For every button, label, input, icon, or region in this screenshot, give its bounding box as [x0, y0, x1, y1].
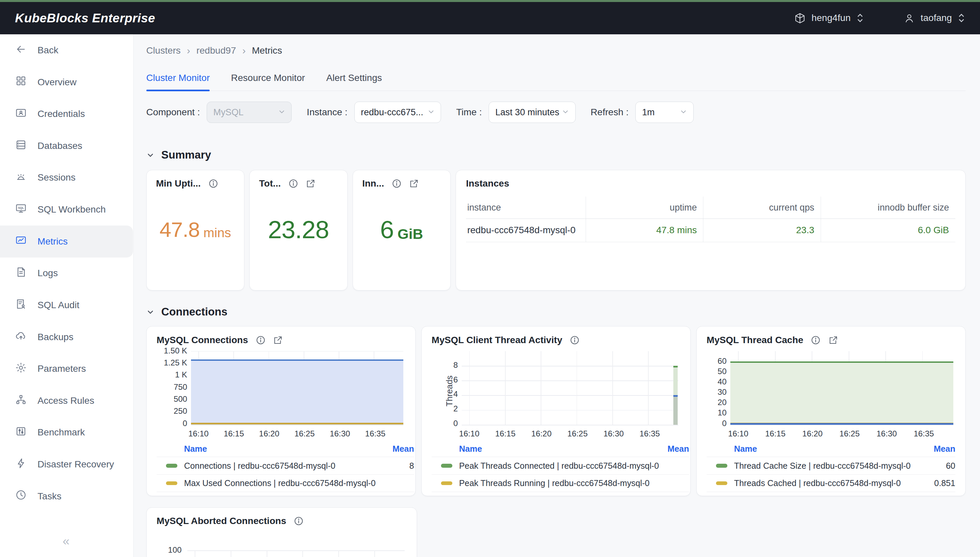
- instances-cell-buffer: 6.0 GiB: [821, 218, 956, 242]
- legend-row[interactable]: Thread Cache Size | redbu-ccc67548d-mysq…: [707, 457, 956, 475]
- sidebar-item-label: Back: [38, 45, 59, 55]
- legend-mean-header[interactable]: Mean: [667, 444, 689, 454]
- legend-mean-header[interactable]: Mean: [934, 444, 956, 454]
- updown-chevrons-icon: [856, 13, 864, 23]
- filter-select-instance[interactable]: redbu-ccc675...: [354, 102, 441, 123]
- chevron-down-icon: [428, 107, 435, 117]
- sidebar-item-back[interactable]: Back: [0, 34, 133, 66]
- series-line: [731, 423, 953, 425]
- sidebar-item-disaster-recovery[interactable]: Disaster Recovery: [0, 448, 133, 480]
- gridline: [461, 366, 679, 366]
- info-icon[interactable]: [294, 516, 304, 526]
- breadcrumb-item-metrics: Metrics: [252, 45, 282, 56]
- sidebar-item-sessions[interactable]: Sessions: [0, 162, 133, 194]
- sidebar-item-tasks[interactable]: Tasks: [0, 480, 133, 512]
- card-title: Tot...: [259, 178, 280, 189]
- tab-cluster-monitor[interactable]: Cluster Monitor: [146, 73, 210, 91]
- stat-card-0: Min Upti...47.8mins: [146, 170, 245, 290]
- sidebar-item-backups[interactable]: Backups: [0, 321, 133, 353]
- info-icon[interactable]: [208, 179, 219, 189]
- x-axis-tick: 16:25: [839, 429, 860, 438]
- x-axis-tick: 16:30: [877, 429, 897, 438]
- card-title: MySQL Aborted Connections: [157, 516, 286, 526]
- summary-section-header[interactable]: Summary: [146, 148, 966, 161]
- info-icon[interactable]: [256, 335, 266, 345]
- sidebar-item-access-rules[interactable]: Access Rules: [0, 385, 133, 417]
- sidebar-item-label: Tasks: [38, 491, 62, 502]
- chart-legend: NameMeanThread Cache Size | redbu-ccc675…: [707, 442, 956, 492]
- legend-row[interactable]: Threads Cached | redbu-ccc67548d-mysql-0…: [707, 475, 956, 492]
- chart-legend: NameMeanConnections | redbu-ccc67548d-my…: [157, 442, 405, 492]
- gridline: [267, 550, 267, 557]
- x-axis-tick: 16:20: [259, 429, 279, 438]
- legend-name-header[interactable]: Name: [459, 444, 482, 454]
- chart-plot-area: [731, 351, 953, 425]
- x-axis-tick: 16:15: [765, 429, 785, 438]
- breadcrumb-item-clusters[interactable]: Clusters: [146, 45, 181, 56]
- chevron-down-icon: [278, 107, 285, 117]
- y-axis-tick: 0: [699, 419, 727, 428]
- external-icon[interactable]: [306, 179, 316, 189]
- y-axis-tick: 1 K: [160, 370, 188, 379]
- chart-card-mysql-thread-cache: MySQL Thread Cache605040302010016:1016:1…: [696, 326, 966, 496]
- filter-select-value: MySQL: [213, 107, 244, 117]
- connections-section-header[interactable]: Connections: [146, 306, 966, 318]
- sidebar-item-overview[interactable]: Overview: [0, 66, 133, 98]
- sidebar-item-logs[interactable]: Logs: [0, 257, 133, 290]
- stat-unit: GiB: [397, 226, 423, 242]
- card-title: Inn...: [362, 178, 384, 189]
- gridline: [612, 351, 613, 425]
- instances-title: Instances: [466, 178, 956, 189]
- external-icon[interactable]: [273, 335, 283, 345]
- filter-select-refresh[interactable]: 1m: [635, 102, 693, 123]
- user-menu[interactable]: taofang: [904, 13, 965, 24]
- sidebar-item-sql-workbench[interactable]: SQLSQL Workbench: [0, 194, 133, 226]
- x-axis-tick: 16:30: [603, 429, 624, 438]
- cube-icon: [794, 12, 806, 24]
- sidebar-item-parameters[interactable]: Parameters: [0, 353, 133, 385]
- sidebar-item-label: SQL Workbench: [38, 204, 106, 215]
- info-icon[interactable]: [570, 335, 580, 345]
- legend-row[interactable]: Peak Threads Running | redbu-ccc67548d-m…: [432, 475, 689, 492]
- legend-name-header[interactable]: Name: [734, 444, 757, 454]
- org-switcher[interactable]: heng4fun: [794, 12, 864, 24]
- external-icon[interactable]: [409, 179, 419, 189]
- card-title: MySQL Client Thread Activity: [432, 335, 563, 345]
- chart-card-mysql-client-thread-activity: MySQL Client Thread Activity8642016:1016…: [421, 326, 691, 496]
- external-icon[interactable]: [828, 335, 838, 345]
- sidebar-collapse-button[interactable]: «: [0, 534, 133, 548]
- x-axis-tick: 16:35: [640, 429, 660, 438]
- breadcrumb-item-redbud97[interactable]: redbud97: [196, 45, 236, 56]
- legend-series-name: Peak Threads Connected | redbu-ccc67548d…: [459, 461, 689, 471]
- sidebar: BackOverviewCredentialsDatabasesSessions…: [0, 34, 134, 557]
- info-icon[interactable]: [810, 335, 821, 345]
- info-icon[interactable]: [288, 179, 298, 189]
- filter-select-time[interactable]: Last 30 minutes: [489, 102, 576, 123]
- x-axis-tick: 16:15: [495, 429, 515, 438]
- x-axis-tick: 16:10: [188, 429, 209, 438]
- gridline: [191, 425, 403, 425]
- legend-name-header[interactable]: Name: [184, 444, 207, 454]
- final-bar-segment: [673, 395, 678, 425]
- legend-series-name: Threads Cached | redbu-ccc67548d-mysql-0: [734, 478, 934, 488]
- sidebar-item-benchmark[interactable]: Benchmark: [0, 417, 133, 449]
- instances-column-header: innodb buffer size: [821, 197, 956, 218]
- tab-bar: Cluster MonitorResource MonitorAlert Set…: [146, 73, 966, 91]
- gridline: [505, 351, 505, 425]
- info-icon[interactable]: [392, 179, 402, 189]
- chevron-down-icon: [562, 107, 569, 117]
- legend-mean-header[interactable]: Mean: [392, 444, 414, 454]
- filter-label: Component :: [146, 107, 200, 117]
- sidebar-item-databases[interactable]: Databases: [0, 130, 133, 162]
- tab-resource-monitor[interactable]: Resource Monitor: [231, 73, 305, 91]
- legend-row[interactable]: Connections | redbu-ccc67548d-mysql-08: [157, 457, 414, 475]
- legend-row[interactable]: Max Used Connections | redbu-ccc67548d-m…: [157, 475, 414, 492]
- instances-cell-uptime: 47.8 mins: [586, 218, 703, 242]
- legend-row[interactable]: Peak Threads Connected | redbu-ccc67548d…: [432, 457, 689, 475]
- sidebar-item-sql-audit[interactable]: SQL Audit: [0, 289, 133, 321]
- sidebar-item-metrics[interactable]: Metrics: [0, 226, 133, 257]
- filter-bar: Component :MySQLInstance :redbu-ccc675..…: [146, 102, 966, 123]
- table-row: redbu-ccc67548d-mysql-047.8 mins23.36.0 …: [466, 218, 956, 242]
- tab-alert-settings[interactable]: Alert Settings: [326, 73, 382, 91]
- sidebar-item-credentials[interactable]: Credentials: [0, 98, 133, 130]
